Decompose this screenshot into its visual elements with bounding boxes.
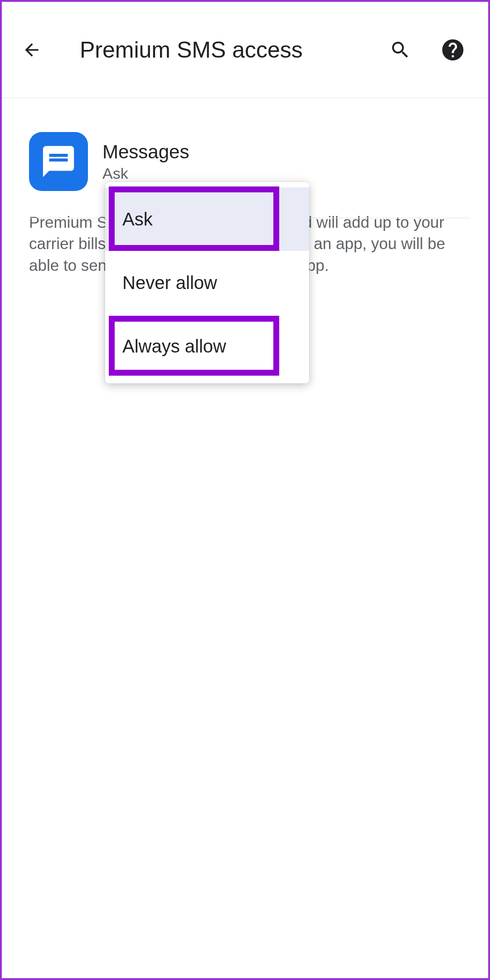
content: Messages Ask Premium SMS may cost you mo…: [2, 98, 488, 276]
back-icon[interactable]: [20, 38, 44, 62]
permission-dropdown: Ask Never allow Always allow: [105, 182, 309, 383]
help-icon[interactable]: [440, 37, 466, 63]
app-info: Messages Ask: [102, 141, 189, 182]
app-status: Ask: [102, 165, 189, 182]
page-title: Premium SMS access: [80, 37, 388, 63]
dropdown-option-always-allow[interactable]: Always allow: [105, 314, 309, 378]
dropdown-option-ask[interactable]: Ask: [105, 187, 309, 251]
app-name: Messages: [102, 141, 189, 163]
search-icon[interactable]: [388, 37, 413, 63]
messages-app-icon: [29, 132, 88, 191]
dropdown-option-never-allow[interactable]: Never allow: [105, 251, 309, 314]
header-actions: [388, 37, 466, 63]
header: Premium SMS access: [2, 2, 488, 98]
